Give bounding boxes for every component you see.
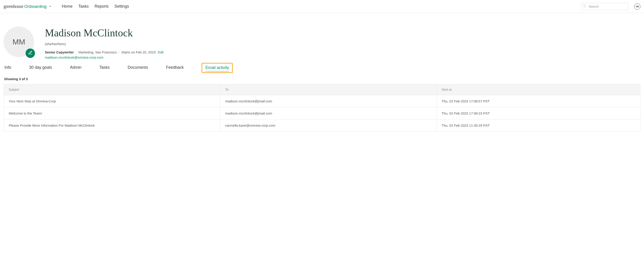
user-avatar[interactable]: YA (634, 3, 640, 10)
cell-subject: Welcome to the Team! (4, 107, 220, 119)
result-count: Showing 3 of 3 (4, 77, 640, 81)
profile-pronouns: (she/her/hers) (45, 42, 640, 46)
tab-info[interactable]: Info (4, 65, 11, 71)
profile-info: Madison McClintock (she/her/hers) Senior… (45, 27, 640, 59)
profile-email[interactable]: madison.mcclintock@omniva-corp.com (45, 56, 640, 59)
divider (119, 51, 119, 54)
col-sent: Sent at (436, 84, 640, 95)
profile-header: MM Madison McClintock (she/her/hers) Sen… (4, 13, 640, 62)
pencil-icon (28, 51, 32, 56)
profile-title: Senior Copywriter (45, 50, 74, 54)
tab-documents[interactable]: Documents (128, 65, 148, 71)
nav-settings[interactable]: Settings (114, 4, 129, 9)
tab-email-activity[interactable]: Email activity (206, 65, 229, 71)
cell-to: carmella.kane@omniva-corp.com (220, 119, 436, 132)
tab-tasks[interactable]: Tasks (99, 65, 110, 71)
svg-point-0 (584, 5, 585, 7)
search-icon (583, 5, 586, 9)
search-input[interactable] (581, 3, 628, 10)
nav-reports[interactable]: Reports (94, 4, 108, 9)
top-nav: greenhouse Onboarding Home Tasks Reports… (0, 0, 644, 13)
brand-sub: Onboarding (24, 4, 46, 9)
nav-home[interactable]: Home (62, 4, 72, 9)
profile-name: Madison McClintock (45, 27, 640, 39)
nav-links: Home Tasks Reports Settings (62, 4, 129, 9)
col-to: To (220, 84, 436, 95)
email-activity-table: Subject To Sent at Your Next Step at Omn… (4, 84, 640, 132)
brand[interactable]: greenhouse Onboarding (4, 4, 52, 9)
edit-start-link[interactable]: Edit (158, 50, 164, 54)
cell-subject: Your Next Step at Omniva-Corp (4, 95, 220, 107)
cell-sent: Thu, 02 Feb 2023 11:45:29 PST (436, 119, 640, 132)
cell-to: madison.mcclintock@jmail.com (220, 95, 436, 107)
profile-meta: Senior Copywriter Marketing, San Francis… (45, 50, 640, 54)
profile-tabs: Info 30 day goals Admin Tasks Documents … (4, 65, 640, 71)
table-row[interactable]: Please Provide More Information For Madi… (4, 119, 640, 132)
table-row[interactable]: Your Next Step at Omniva-Corpmadison.mcc… (4, 95, 640, 107)
chevron-down-icon[interactable] (49, 5, 52, 9)
tab-feedback[interactable]: Feedback (166, 65, 184, 71)
profile-start: Starts on Feb 20, 2023 (121, 50, 156, 54)
brand-main: greenhouse (4, 4, 23, 9)
cell-sent: Thu, 02 Feb 2023 17:08:57 PST (436, 95, 640, 107)
svg-line-1 (585, 7, 586, 7)
edit-avatar-button[interactable] (26, 49, 35, 58)
profile-avatar-wrap: MM (4, 27, 34, 57)
tab-email-activity-highlight: Email activity (202, 63, 233, 73)
tab-admin[interactable]: Admin (70, 65, 82, 71)
cell-to: madison.mcclintock@jmail.com (220, 107, 436, 119)
cell-subject: Please Provide More Information For Madi… (4, 119, 220, 132)
profile-dept-loc: Marketing, San Francisco (78, 50, 116, 54)
tab-30-day-goals[interactable]: 30 day goals (29, 65, 52, 71)
cell-sent: Thu, 02 Feb 2023 17:08:23 PST (436, 107, 640, 119)
table-header-row: Subject To Sent at (4, 84, 640, 95)
search-wrap (581, 3, 628, 10)
divider (76, 51, 76, 54)
table-row[interactable]: Welcome to the Team!madison.mcclintock@j… (4, 107, 640, 119)
col-subject: Subject (4, 84, 220, 95)
nav-tasks[interactable]: Tasks (78, 4, 88, 9)
